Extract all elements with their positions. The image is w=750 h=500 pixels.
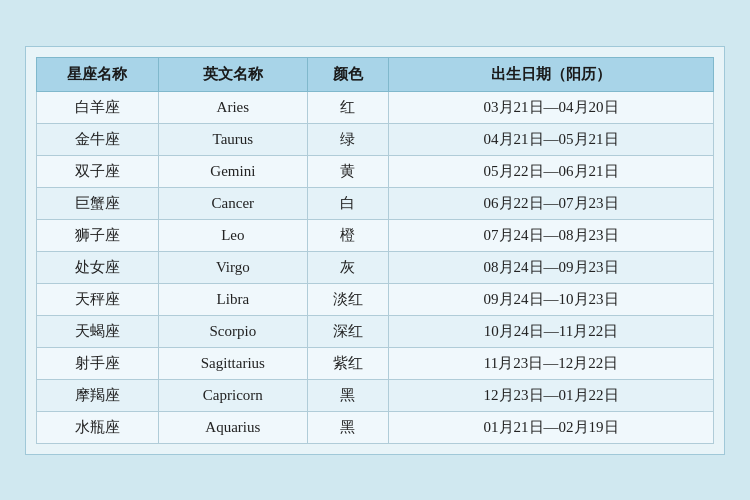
cell-chinese: 处女座 — [37, 251, 159, 283]
table-row: 巨蟹座Cancer白06月22日—07月23日 — [37, 187, 714, 219]
cell-date: 11月23日—12月22日 — [389, 347, 714, 379]
cell-english: Leo — [158, 219, 307, 251]
header-date: 出生日期（阳历） — [389, 57, 714, 91]
cell-chinese: 狮子座 — [37, 219, 159, 251]
cell-date: 04月21日—05月21日 — [389, 123, 714, 155]
cell-color: 深红 — [307, 315, 388, 347]
table-row: 射手座Sagittarius紫红11月23日—12月22日 — [37, 347, 714, 379]
cell-english: Aries — [158, 91, 307, 123]
cell-color: 绿 — [307, 123, 388, 155]
cell-english: Taurus — [158, 123, 307, 155]
table-row: 双子座Gemini黄05月22日—06月21日 — [37, 155, 714, 187]
header-color: 颜色 — [307, 57, 388, 91]
cell-english: Cancer — [158, 187, 307, 219]
table-row: 摩羯座Capricorn黑12月23日—01月22日 — [37, 379, 714, 411]
cell-chinese: 天秤座 — [37, 283, 159, 315]
cell-chinese: 射手座 — [37, 347, 159, 379]
cell-color: 紫红 — [307, 347, 388, 379]
cell-english: Aquarius — [158, 411, 307, 443]
cell-date: 07月24日—08月23日 — [389, 219, 714, 251]
table-row: 狮子座Leo橙07月24日—08月23日 — [37, 219, 714, 251]
cell-chinese: 双子座 — [37, 155, 159, 187]
cell-english: Sagittarius — [158, 347, 307, 379]
header-chinese: 星座名称 — [37, 57, 159, 91]
cell-date: 09月24日—10月23日 — [389, 283, 714, 315]
cell-english: Capricorn — [158, 379, 307, 411]
cell-date: 05月22日—06月21日 — [389, 155, 714, 187]
cell-chinese: 巨蟹座 — [37, 187, 159, 219]
cell-chinese: 天蝎座 — [37, 315, 159, 347]
zodiac-table-container: 星座名称 英文名称 颜色 出生日期（阳历） 白羊座Aries红03月21日—04… — [25, 46, 725, 455]
cell-date: 06月22日—07月23日 — [389, 187, 714, 219]
cell-english: Libra — [158, 283, 307, 315]
table-row: 金牛座Taurus绿04月21日—05月21日 — [37, 123, 714, 155]
cell-english: Virgo — [158, 251, 307, 283]
cell-english: Gemini — [158, 155, 307, 187]
header-english: 英文名称 — [158, 57, 307, 91]
cell-color: 黑 — [307, 411, 388, 443]
cell-date: 03月21日—04月20日 — [389, 91, 714, 123]
cell-color: 灰 — [307, 251, 388, 283]
cell-color: 黄 — [307, 155, 388, 187]
zodiac-table: 星座名称 英文名称 颜色 出生日期（阳历） 白羊座Aries红03月21日—04… — [36, 57, 714, 444]
cell-color: 橙 — [307, 219, 388, 251]
cell-chinese: 摩羯座 — [37, 379, 159, 411]
cell-color: 黑 — [307, 379, 388, 411]
cell-date: 10月24日—11月22日 — [389, 315, 714, 347]
table-header-row: 星座名称 英文名称 颜色 出生日期（阳历） — [37, 57, 714, 91]
table-row: 处女座Virgo灰08月24日—09月23日 — [37, 251, 714, 283]
table-row: 天秤座Libra淡红09月24日—10月23日 — [37, 283, 714, 315]
cell-chinese: 白羊座 — [37, 91, 159, 123]
table-row: 天蝎座Scorpio深红10月24日—11月22日 — [37, 315, 714, 347]
cell-chinese: 水瓶座 — [37, 411, 159, 443]
table-body: 白羊座Aries红03月21日—04月20日金牛座Taurus绿04月21日—0… — [37, 91, 714, 443]
cell-color: 白 — [307, 187, 388, 219]
cell-color: 淡红 — [307, 283, 388, 315]
table-row: 水瓶座Aquarius黑01月21日—02月19日 — [37, 411, 714, 443]
cell-date: 12月23日—01月22日 — [389, 379, 714, 411]
cell-chinese: 金牛座 — [37, 123, 159, 155]
cell-date: 08月24日—09月23日 — [389, 251, 714, 283]
cell-date: 01月21日—02月19日 — [389, 411, 714, 443]
table-row: 白羊座Aries红03月21日—04月20日 — [37, 91, 714, 123]
cell-color: 红 — [307, 91, 388, 123]
cell-english: Scorpio — [158, 315, 307, 347]
